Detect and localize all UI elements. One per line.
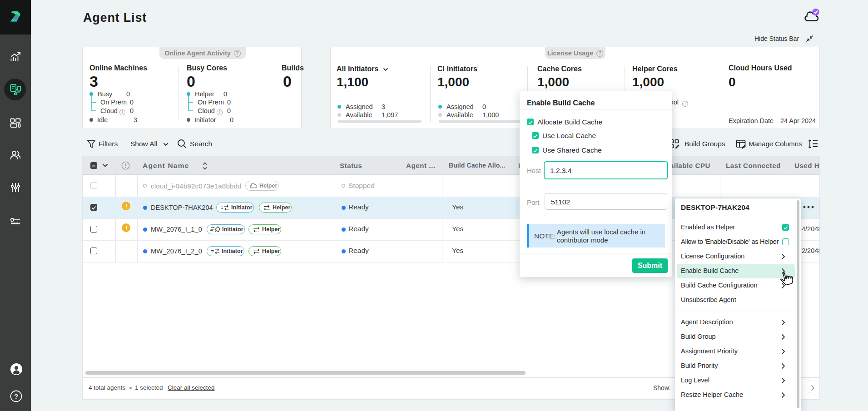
svg-text:?: ? xyxy=(14,392,18,400)
